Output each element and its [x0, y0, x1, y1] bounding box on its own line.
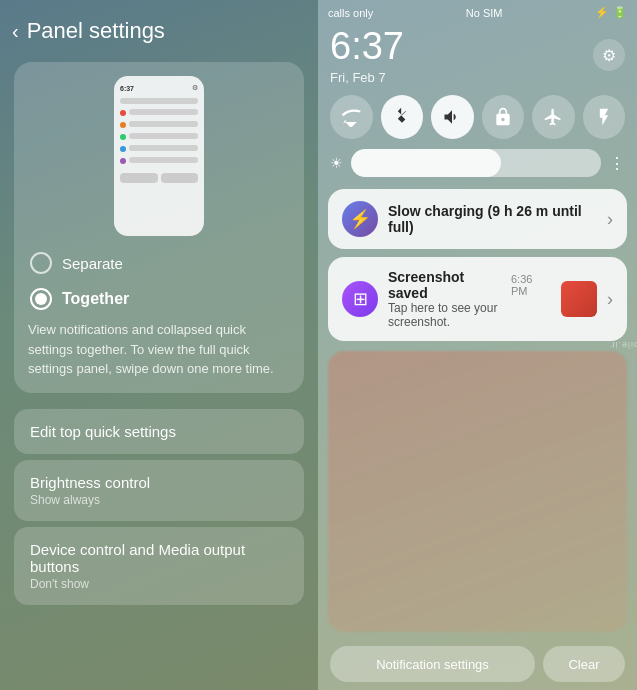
mockup-gear-icon: ⚙ [192, 84, 198, 92]
status-calls: calls only [328, 7, 373, 19]
preview-card: 6:37 ⚙ [14, 62, 304, 393]
radio-together-label: Together [62, 290, 129, 308]
screenshot-content: Screenshot saved 6:36 PM Tap here to see… [388, 269, 551, 329]
mockup-row-3 [120, 133, 198, 140]
panel-title: Panel settings [27, 18, 165, 44]
dot-green [120, 134, 126, 140]
battery-icon: 🔋 [613, 6, 627, 19]
lock-tile[interactable] [482, 95, 525, 139]
mockup-bar-5 [129, 145, 198, 151]
radio-separate-label: Separate [62, 255, 123, 272]
mockup-time: 6:37 [120, 85, 134, 92]
status-no-sim: No SIM [466, 7, 503, 19]
mockup-bottom-2 [161, 173, 199, 183]
screenshot-sub: Tap here to see your screenshot. [388, 301, 551, 329]
screenshot-chevron-icon: › [607, 289, 613, 310]
brightness-row: ☀ ⋮ [318, 147, 637, 185]
brightness-sub: Show always [30, 493, 288, 507]
back-icon[interactable]: ‹ [12, 20, 19, 43]
status-bar: calls only No SIM ⚡ 🔋 [318, 0, 637, 23]
device-control-title: Device control and Media output buttons [30, 541, 288, 575]
charging-chevron-icon: › [607, 209, 613, 230]
description-text: View notifications and collapsed quick s… [28, 320, 290, 379]
brightness-item[interactable]: Brightness control Show always [14, 460, 304, 521]
mockup-bottom-1 [120, 173, 158, 183]
bluetooth-tile[interactable] [381, 95, 424, 139]
edit-quick-title: Edit top quick settings [30, 423, 288, 440]
right-panel: calls only No SIM ⚡ 🔋 6:37 Fri, Feb 7 ⚙ [318, 0, 637, 690]
charging-notification[interactable]: ⚡ Slow charging (9 h 26 m until full) › [328, 189, 627, 249]
dot-purple [120, 158, 126, 164]
charging-content: Slow charging (9 h 26 m until full) [388, 203, 597, 235]
left-panel: ‹ Panel settings 6:37 ⚙ [0, 0, 318, 690]
airplane-tile[interactable] [532, 95, 575, 139]
flashlight-tile[interactable] [583, 95, 626, 139]
mockup-bar-1 [120, 98, 198, 104]
date-text: Fri, Feb 7 [330, 70, 404, 85]
mockup-row-1 [120, 109, 198, 116]
screenshot-notification[interactable]: ⊞ Screenshot saved 6:36 PM Tap here to s… [328, 257, 627, 341]
screenshot-title: Screenshot saved [388, 269, 505, 301]
charging-icon: ⚡ [342, 201, 378, 237]
screenshot-icon: ⊞ [342, 281, 378, 317]
mockup-row-2 [120, 121, 198, 128]
time-date-group: 6:37 Fri, Feb 7 [330, 25, 404, 85]
notification-settings-button[interactable]: Notification settings [330, 646, 535, 682]
radio-separate[interactable]: Separate [28, 248, 290, 278]
screenshot-time: 6:36 PM [511, 273, 551, 297]
bottom-bar: Notification settings Clear [318, 638, 637, 690]
status-icons: ⚡ 🔋 [595, 6, 627, 19]
dot-orange [120, 122, 126, 128]
brightness-icon: ☀ [330, 155, 343, 171]
mockup-row-5 [120, 157, 198, 164]
settings-gear-button[interactable]: ⚙ [593, 39, 625, 71]
mockup-bottom-row [120, 173, 198, 183]
big-time: 6:37 [330, 25, 404, 68]
dot-red [120, 110, 126, 116]
phone-mockup: 6:37 ⚙ [114, 76, 204, 236]
screenshot-thumbnail [561, 281, 597, 317]
quick-tiles [318, 91, 637, 147]
back-header: ‹ Panel settings [0, 0, 318, 54]
edit-quick-settings-item[interactable]: Edit top quick settings [14, 409, 304, 454]
blurred-inner [328, 351, 627, 632]
device-control-sub: Don't show [30, 577, 288, 591]
watermark: mobile.ir [610, 340, 637, 350]
blurred-content-section [328, 351, 627, 632]
mockup-bar-2 [129, 109, 198, 115]
mockup-bar-4 [129, 133, 198, 139]
charging-title: Slow charging (9 h 26 m until full) [388, 203, 597, 235]
mockup-statusbar: 6:37 ⚙ [120, 84, 198, 92]
device-control-item[interactable]: Device control and Media output buttons … [14, 527, 304, 605]
radio-together-circle [30, 288, 52, 310]
clear-button[interactable]: Clear [543, 646, 625, 682]
sound-tile[interactable] [431, 95, 474, 139]
brightness-more-icon[interactable]: ⋮ [609, 154, 625, 173]
wifi-tile[interactable] [330, 95, 373, 139]
dot-blue [120, 146, 126, 152]
settings-list: Edit top quick settings Brightness contr… [14, 409, 304, 605]
brightness-title: Brightness control [30, 474, 288, 491]
mockup-bar-3 [129, 121, 198, 127]
radio-together[interactable]: Together [28, 284, 290, 314]
radio-section: Separate Together [28, 248, 290, 314]
brightness-fill [351, 149, 501, 177]
radio-separate-circle [30, 252, 52, 274]
mockup-bar-6 [129, 157, 198, 163]
time-row: 6:37 Fri, Feb 7 ⚙ [318, 23, 637, 91]
bluetooth-status-icon: ⚡ [595, 6, 609, 19]
brightness-slider[interactable] [351, 149, 601, 177]
screenshot-title-row: Screenshot saved 6:36 PM [388, 269, 551, 301]
mockup-row-4 [120, 145, 198, 152]
